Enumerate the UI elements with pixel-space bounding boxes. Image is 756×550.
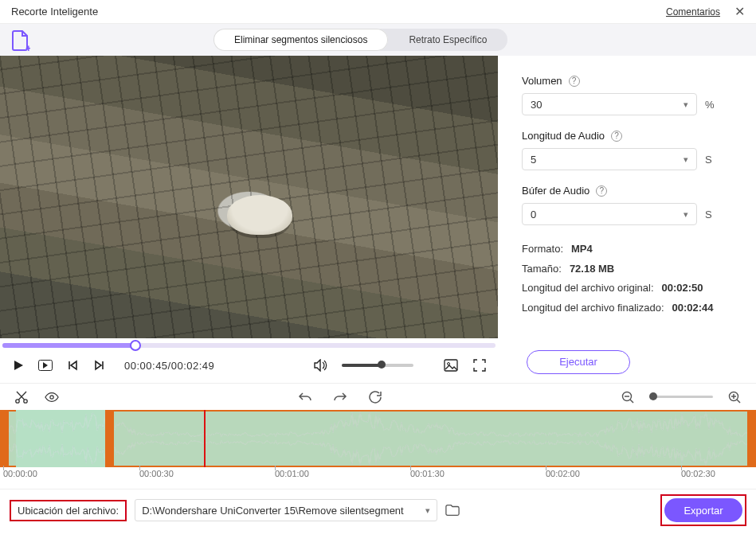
final-len-value: 00:02:44 [672, 302, 714, 314]
buffer-label: Búfer de Audio [522, 185, 590, 197]
ruler-tick: 00:01:00 [275, 469, 309, 478]
svg-point-5 [24, 399, 27, 402]
video-preview[interactable] [0, 56, 498, 338]
help-icon[interactable]: ? [569, 76, 580, 87]
audiolen-select[interactable]: 5▾ [522, 148, 697, 170]
ruler-tick: 00:02:00 [546, 469, 580, 478]
file-location-label: Ubicación del archivo: [10, 500, 127, 521]
export-button[interactable]: Exportar [664, 498, 742, 522]
timecode: 00:00:45/00:02:49 [124, 360, 214, 372]
scrub-bar[interactable] [0, 338, 498, 348]
fullscreen-icon[interactable] [472, 358, 487, 373]
refresh-icon[interactable] [368, 390, 382, 404]
help-icon[interactable]: ? [611, 131, 622, 142]
ruler-tick: 00:00:30 [139, 469, 174, 478]
tab-remove-silent[interactable]: Eliminar segmentos silenciosos [213, 29, 388, 51]
window-title: Recorte Inteligente [11, 6, 98, 18]
svg-text:+: + [25, 42, 30, 51]
zoom-out-icon[interactable] [621, 390, 635, 404]
time-ruler: 00:00:00 00:00:30 00:01:00 00:01:30 00:0… [0, 467, 756, 490]
selection-region[interactable] [0, 410, 16, 467]
chevron-down-icon: ▾ [684, 99, 688, 110]
chevron-down-icon: ▾ [684, 154, 688, 165]
eye-icon[interactable] [45, 390, 59, 404]
svg-point-6 [50, 395, 53, 398]
audiolen-label: Longitud de Audio [522, 130, 605, 142]
zoom-slider[interactable] [649, 396, 713, 398]
selection-region[interactable] [105, 410, 756, 467]
mode-tabs: Eliminar segmentos silenciosos Retrato E… [213, 29, 507, 51]
orig-len-key: Longitud del archivo original: [522, 279, 654, 298]
buffer-unit: S [705, 209, 712, 220]
format-value: MP4 [571, 243, 593, 255]
audiolen-unit: S [705, 154, 712, 166]
file-path-select[interactable]: D:\Wondershare UniConverter 15\Remove si… [135, 499, 437, 521]
final-len-key: Longitud del archivo finalizado: [522, 298, 664, 318]
volume-select[interactable]: 30▾ [522, 93, 697, 115]
volume-slider[interactable] [342, 364, 413, 367]
size-value: 72.18 MB [570, 263, 614, 275]
cut-icon[interactable] [14, 390, 29, 404]
prev-icon[interactable] [65, 358, 80, 373]
size-key: Tamaño: [522, 259, 562, 279]
volume-label: Volumen [522, 75, 562, 87]
close-icon[interactable]: ✕ [734, 4, 745, 19]
chevron-down-icon: ▾ [684, 209, 688, 220]
comments-link[interactable]: Comentarios [666, 6, 720, 18]
ruler-tick: 00:00:00 [3, 469, 37, 478]
playhead[interactable] [204, 410, 206, 467]
selection-handle[interactable] [1, 412, 9, 466]
ruler-tick: 00:02:30 [681, 469, 715, 478]
svg-point-4 [16, 399, 19, 402]
buffer-select[interactable]: 0▾ [522, 203, 697, 225]
selection-handle[interactable] [747, 412, 755, 466]
volume-icon[interactable] [313, 358, 327, 373]
svg-rect-2 [445, 360, 457, 371]
chevron-down-icon: ▾ [425, 505, 430, 516]
help-icon[interactable]: ? [596, 185, 607, 197]
play-icon[interactable] [11, 358, 25, 373]
format-key: Formato: [522, 240, 563, 259]
redo-icon[interactable] [333, 390, 347, 404]
open-folder-icon[interactable] [445, 503, 460, 517]
volume-unit: % [705, 99, 715, 111]
next-icon[interactable] [92, 358, 107, 373]
selection-handle[interactable] [106, 412, 114, 466]
svg-point-3 [448, 363, 450, 365]
play-next-icon[interactable] [38, 358, 53, 373]
add-document-icon[interactable]: + [11, 30, 30, 49]
snapshot-icon[interactable] [444, 358, 458, 373]
tab-specific-portrait[interactable]: Retrato Específico [388, 29, 507, 51]
run-button[interactable]: Ejecutar [527, 350, 630, 374]
ruler-tick: 00:01:30 [410, 469, 445, 478]
waveform[interactable] [0, 410, 756, 467]
undo-icon[interactable] [298, 390, 312, 404]
zoom-in-icon[interactable] [727, 390, 742, 404]
orig-len-value: 00:02:50 [662, 282, 703, 294]
